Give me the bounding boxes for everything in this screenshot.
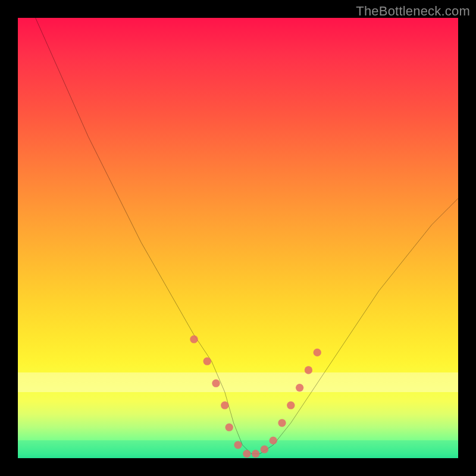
- plot-area: [18, 18, 458, 458]
- marker-point: [221, 402, 228, 409]
- marker-point: [287, 402, 295, 409]
- marker-point: [243, 450, 250, 458]
- marker-point: [278, 419, 286, 427]
- watermark-text: TheBottleneck.com: [356, 4, 470, 19]
- marker-point: [270, 437, 277, 444]
- marker-point: [190, 336, 198, 343]
- chart-frame: TheBottleneck.com: [0, 0, 476, 476]
- curve-markers: [190, 336, 321, 458]
- bottleneck-curve: [36, 18, 458, 454]
- marker-point: [314, 349, 321, 356]
- marker-point: [203, 358, 211, 365]
- marker-point: [296, 384, 303, 392]
- marker-point: [234, 441, 242, 449]
- curve-layer: [18, 18, 458, 458]
- marker-point: [226, 424, 233, 431]
- marker-point: [261, 446, 268, 453]
- marker-point: [252, 450, 259, 458]
- marker-point: [305, 366, 312, 374]
- marker-point: [212, 380, 220, 387]
